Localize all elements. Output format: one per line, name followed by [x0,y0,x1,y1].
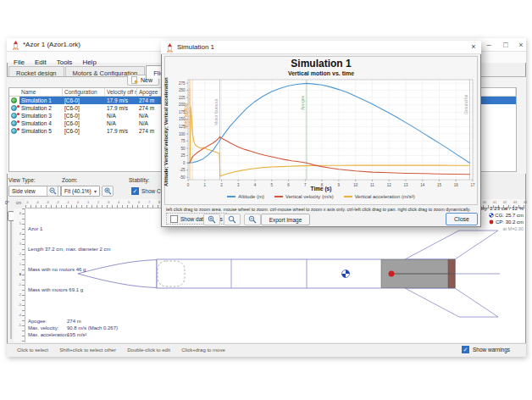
rotation-angle-label: 0° [5,200,9,205]
plot-zoom-in-button[interactable] [203,214,220,225]
cell-name: Simulation 4 [19,119,63,127]
flight-info-value: 90.8 m/s (Mach 0.267) [67,325,118,331]
v-ruler-number: 5 [13,221,21,225]
dialog-title: Simulation 1 [177,43,214,51]
dialog-rocket-icon [165,43,175,53]
show-warnings-checkbox[interactable]: ✓ [462,346,469,353]
rocket-mass-motors: Mass with motors 69.1 g [28,286,110,293]
h-ruler-number: 44 [520,200,530,204]
status-stale-icon [11,113,17,119]
legend-item: Vertical acceleration (m/s²) [344,194,415,199]
h-ruler-number: 1 [83,200,93,204]
flight-info-block: Apogee:274 mMax. velocity:90.8 m/s (Mach… [28,319,163,341]
column-header: Velocity off rod [105,88,137,96]
window-title: *Azor 1 (Azor1.ork) [23,41,80,48]
chart-y-axis-label: Altitude; Vertical velocity; Vertical ac… [163,76,171,188]
h-ruler-number: 6 [134,200,144,204]
v-ruler-number: 1 [13,262,21,266]
h-ruler-number: 5 [124,200,134,204]
legend-label: Altitude (m) [238,194,264,199]
svg-text:25: 25 [180,153,186,158]
flight-info-label: Apogee: [28,319,47,324]
plot-zoom-out-button[interactable] [244,214,261,225]
legend-label: Vertical acceleration (m/s²) [355,194,415,199]
chart-subtitle: Vertical motion vs. time [164,70,478,76]
simulation-status-icon [9,104,19,112]
flight-info-label: Max. velocity: [28,325,58,331]
legend-marker [344,196,352,197]
h-ruler-number: 41 [490,200,500,204]
simulation-status-icon [9,97,19,104]
svg-text:225: 225 [179,96,186,100]
cell-config: [C6-0] [63,97,105,104]
h-ruler-number: 42 [500,200,510,204]
cell-velocity: 17.9 m/s [105,104,137,112]
svg-text:75: 75 [180,139,186,143]
cell-velocity: N/A [105,119,137,127]
new-document-icon [131,76,138,84]
vertical-ruler: 6543210-1-2-3-4-5 [14,208,25,342]
cell-name: Simulation 3 [19,112,63,119]
h-ruler-number: 7 [144,200,154,204]
plot-zoom-reset-button[interactable] [224,214,241,225]
h-ruler-number: -2 [53,200,63,204]
show-warnings-label: Show warnings [473,347,510,353]
plot-help-text: left click drag to zoom area. mouse whee… [166,207,479,212]
zoom-select[interactable]: Fit (40.1%) ▾ [61,186,100,197]
show-data-points-checkbox[interactable] [170,215,178,223]
h-ruler-number: 4 [114,200,124,204]
legend-item: Altitude (m) [227,194,264,199]
h-ruler-number: -5 [22,200,32,204]
simulation-status-icon [9,119,19,127]
h-ruler-number: -3 [42,200,53,204]
status-hints: Click to select Shift+click to select ot… [17,347,225,353]
simulation-status-icon [9,127,19,135]
svg-text:200: 200 [179,103,186,107]
screen: *Azor 1 (Azor1.ork) – □ × FileEditToolsH… [0,0,532,400]
dialog-close-icon[interactable]: × [468,42,479,53]
svg-text:-25: -25 [180,168,186,172]
simulation-status-icon [9,112,19,119]
flight-info-value: 274 m [67,319,81,324]
rocket-name: Azor 1 [28,225,110,232]
v-ruler-number: -2 [13,292,21,297]
zoom-in-button[interactable] [102,186,114,197]
zoom-out-button[interactable] [47,186,58,197]
svg-text:125: 125 [179,125,186,129]
fin-lower[interactable] [405,288,498,317]
column-header: Name [19,88,63,96]
maximize-button[interactable]: □ [500,40,512,50]
cell-config: [C6-0] [63,112,105,119]
status-stale-icon [11,120,17,126]
v-ruler-number: 0 [13,272,21,276]
legend-label: Vertical velocity (m/s) [285,194,334,199]
zoom-reset-icon [228,215,236,224]
column-header: Configuration [63,88,105,96]
status-ok-icon [11,97,17,103]
cell-name: Simulation 5 [19,127,63,135]
cell-velocity: 17.9 m/s [105,97,137,104]
status-stale-icon [11,128,17,134]
chart-title: Simulation 1 [164,58,478,69]
svg-text:Apogee: Apogee [300,96,305,110]
svg-text:175: 175 [179,110,186,114]
export-image-button[interactable]: Export Image [261,214,310,225]
simulation-plot[interactable]: Launch rod clearanceMotor ignitionMotor … [173,76,478,188]
dialog-close-button[interactable]: Close [446,213,478,225]
svg-text:250: 250 [179,88,186,92]
cell-velocity: 17.9 m/s [105,127,137,135]
close-button[interactable]: × [515,40,527,50]
v-ruler-number: -1 [13,282,21,286]
fin-upper[interactable] [405,231,498,259]
show-cgcp-checkbox[interactable]: ✓ [131,187,139,195]
cell-velocity: N/A [105,112,137,119]
zoom-in-icon [104,187,112,195]
h-ruler-number: -1 [63,200,73,204]
v-ruler-number: -3 [13,303,21,307]
minimize-button[interactable]: – [483,40,495,50]
view-type-label: View Type: [8,177,36,183]
svg-text:150: 150 [179,117,186,121]
v-ruler-number: 6 [13,211,21,215]
legend-item: Vertical velocity (m/s) [274,194,334,199]
v-ruler-number: 3 [13,242,21,246]
